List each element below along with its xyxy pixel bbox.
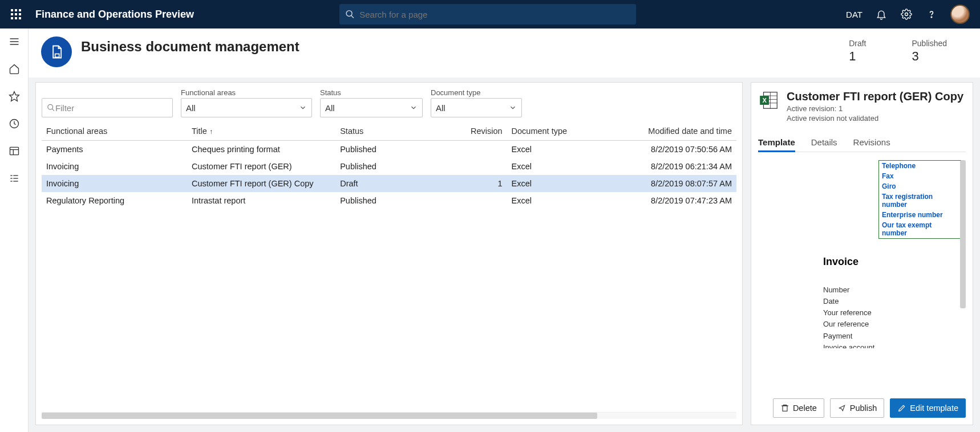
cell-status: Published (335, 192, 446, 209)
svg-rect-5 (19, 13, 21, 15)
button-label: Publish (850, 404, 877, 413)
table-row[interactable]: InvoicingCustomer FTI report (GER)Publis… (42, 158, 736, 175)
dd-label: Status (320, 88, 423, 97)
company-picker[interactable]: DAT (846, 10, 862, 19)
preview-invoice-field: Invoice account (823, 342, 874, 348)
trash-icon (780, 404, 789, 413)
template-preview: TelephoneFaxGiroTax registration numberE… (758, 160, 966, 348)
preview-invoice-field: Your reference (823, 307, 874, 319)
tab-template[interactable]: Template (758, 134, 795, 152)
app-launcher-icon[interactable] (7, 5, 25, 23)
table-row[interactable]: PaymentsCheques printing formatPublished… (42, 141, 736, 158)
preview-invoice-field: Date (823, 296, 874, 307)
tab-details[interactable]: Details (811, 134, 837, 152)
delete-button[interactable]: Delete (773, 398, 824, 418)
col-revision[interactable]: Revision (446, 122, 507, 141)
page-header: Business document management Draft 1 Pub… (29, 28, 980, 78)
filter-input[interactable] (55, 103, 168, 113)
publish-icon (837, 404, 847, 413)
col-title[interactable]: Title↑ (187, 122, 335, 141)
svg-rect-4 (15, 13, 17, 15)
cell-document-type: Excel (507, 192, 617, 209)
cell-modified: 8/2/2019 08:07:57 AM (617, 175, 736, 192)
preview-header-field: Telephone (879, 161, 961, 171)
topbar: Finance and Operations Preview DAT (0, 0, 980, 28)
hamburger-icon[interactable] (8, 35, 21, 48)
cell-functional-area: Payments (42, 141, 187, 158)
col-status[interactable]: Status (335, 122, 446, 141)
table-row[interactable]: InvoicingCustomer FTI report (GER) CopyD… (42, 175, 736, 192)
detail-subtitle: Active revision: 1 (787, 104, 963, 113)
svg-rect-37 (783, 406, 787, 411)
dd-value: All (436, 103, 446, 113)
workspaces-icon[interactable] (8, 145, 21, 157)
dd-value: All (325, 103, 335, 113)
vertical-scrollbar[interactable] (960, 160, 966, 308)
detail-subtitle: Active revision not validated (787, 114, 963, 123)
document-type-dropdown[interactable]: All (431, 98, 522, 117)
cell-status: Published (335, 158, 446, 175)
favorites-icon[interactable] (8, 90, 21, 103)
functional-areas-dropdown[interactable]: All (181, 98, 312, 117)
svg-rect-18 (10, 147, 18, 154)
table-row[interactable]: Regulatory ReportingIntrastat reportPubl… (42, 192, 736, 209)
cell-revision (446, 192, 507, 209)
excel-icon: X (758, 89, 780, 111)
col-document-type[interactable]: Document type (507, 122, 617, 141)
cell-functional-area: Invoicing (42, 175, 187, 192)
nav-rail (0, 28, 29, 432)
svg-marker-16 (9, 92, 19, 101)
edit-icon (897, 404, 906, 413)
stat-published[interactable]: Published 3 (912, 39, 947, 64)
stat-label: Published (912, 39, 947, 48)
global-search-input[interactable] (359, 10, 630, 19)
col-modified[interactable]: Modified date and time (617, 122, 736, 141)
svg-point-28 (48, 104, 53, 109)
documents-table: Functional areas Title↑ Status Revision … (42, 122, 736, 209)
col-functional-areas[interactable]: Functional areas (42, 122, 187, 141)
help-icon[interactable] (925, 8, 938, 21)
cell-modified: 8/2/2019 06:21:34 AM (617, 158, 736, 175)
cell-functional-area: Invoicing (42, 158, 187, 175)
publish-button[interactable]: Publish (830, 398, 885, 418)
filter-input-wrap[interactable] (42, 98, 173, 117)
button-label: Delete (793, 404, 817, 413)
cell-status: Published (335, 141, 446, 158)
cell-revision (446, 158, 507, 175)
cell-title: Customer FTI report (GER) Copy (187, 175, 335, 192)
svg-point-11 (905, 13, 908, 16)
home-icon[interactable] (8, 63, 21, 75)
cell-document-type: Excel (507, 141, 617, 158)
global-search[interactable] (339, 4, 636, 25)
preview-header-field: Giro (879, 181, 961, 191)
settings-icon[interactable] (900, 8, 913, 21)
recent-icon[interactable] (8, 117, 21, 130)
notifications-icon[interactable] (875, 8, 888, 21)
tab-revisions[interactable]: Revisions (853, 134, 890, 152)
button-label: Edit template (910, 404, 958, 413)
modules-icon[interactable] (8, 172, 21, 185)
detail-title: Customer FTI report (GER) Copy (787, 89, 963, 103)
preview-header-field: Enterprise number (879, 210, 961, 220)
svg-rect-1 (15, 9, 17, 11)
details-panel: X Customer FTI report (GER) Copy Active … (751, 82, 973, 425)
status-dropdown[interactable]: All (320, 98, 423, 117)
cell-revision: 1 (446, 175, 507, 192)
app-title: Finance and Operations Preview (35, 9, 194, 21)
svg-rect-8 (19, 17, 21, 19)
cell-title: Intrastat report (187, 192, 335, 209)
horizontal-scrollbar[interactable] (42, 412, 736, 419)
edit-template-button[interactable]: Edit template (890, 398, 966, 418)
preview-header-field: Our tax exempt number (879, 220, 961, 238)
cell-status: Draft (335, 175, 446, 192)
stat-value: 3 (912, 49, 947, 64)
preview-invoice-field: Our reference (823, 319, 874, 330)
stat-draft[interactable]: Draft 1 (849, 39, 866, 64)
preview-header-field: Tax registration number (879, 191, 961, 210)
documents-panel: Functional areas All Status All (35, 82, 743, 425)
stat-value: 1 (849, 49, 866, 64)
svg-rect-2 (19, 9, 21, 11)
preview-header-field: Fax (879, 171, 961, 181)
svg-rect-7 (15, 17, 17, 19)
user-avatar[interactable] (950, 5, 970, 24)
